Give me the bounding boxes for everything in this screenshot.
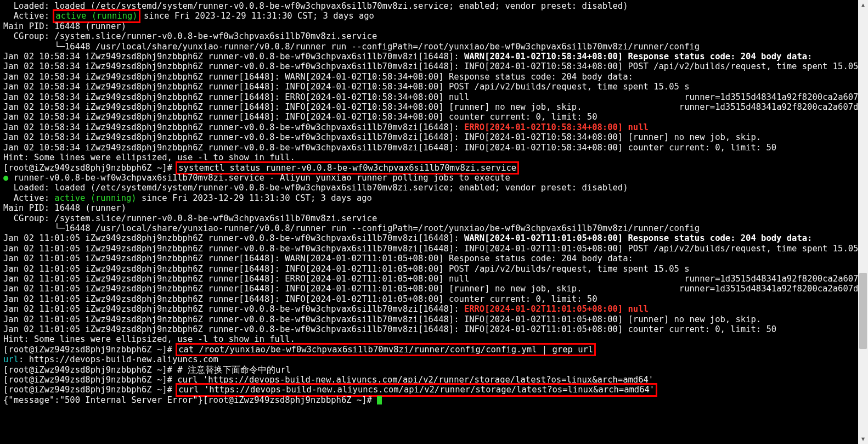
log-err-ts: ERRO[2024-01-02T11:01:05+08:00] xyxy=(285,274,443,284)
log-err-ts: ERRO[2024-01-02T10:58:34+08:00] xyxy=(285,92,443,102)
log-info-ts: INFO[2024-01-02T11:01:05+08:00] xyxy=(285,264,443,274)
log-warn: WARN[2024-01-02T11:01:05+08:00] Response… xyxy=(464,233,813,243)
log-ts: Jan 02 10:58:34 iZwz949zsd8phj9nzbbph6Z xyxy=(3,92,203,102)
cursor-icon xyxy=(377,396,382,404)
log-ts: Jan 02 10:58:34 iZwz949zsd8phj9nzbbph6Z xyxy=(3,61,203,71)
log-ts: Jan 02 10:58:34 iZwz949zsd8phj9nzbbph6Z xyxy=(3,82,203,92)
log-err-body: null xyxy=(444,92,685,102)
log-info: INFO[2024-01-02T11:01:05+08:00] POST /ap… xyxy=(464,244,868,254)
log-counter-long: INFO[2024-01-02T11:01:05+08:00] counter … xyxy=(464,324,776,334)
log-ts: Jan 02 11:01:05 iZwz949zsd8phj9nzbbph6Z xyxy=(3,294,203,304)
cgroup-cmd: └─16448 /usr/local/share/yunxiao-runner/… xyxy=(3,223,833,233)
log-svc-long: runner-v0.0.8-be-wf0w3chpvax6si1lb70mv8z… xyxy=(203,304,464,314)
hint-line: Hint: Some lines were ellipsized, use -l… xyxy=(3,153,833,162)
runner-tag: runner=1d3515d48341a92f8200ca2a607d383f xyxy=(684,274,868,284)
cmd-systemctl-status[interactable]: systemctl status runner-v0.0.8-be-wf0w3c… xyxy=(177,163,517,173)
active-since: since Fri 2023-12-29 11:31:30 CST; 3 day… xyxy=(137,193,372,203)
log-skip-long: INFO[2024-01-02T10:58:34+08:00] [runner]… xyxy=(464,132,761,142)
log-warn-ts: WARN[2024-01-02T11:01:05+08:00] xyxy=(285,254,443,263)
log-ts: Jan 02 10:58:34 iZwz949zsd8phj9nzbbph6Z xyxy=(3,72,203,82)
spacer xyxy=(761,314,858,324)
loaded-value: loaded (/etc/systemd/system/runner-v0.0.… xyxy=(54,1,628,11)
log-skip-long: INFO[2024-01-02T11:01:05+08:00] [runner]… xyxy=(464,314,761,324)
log-ts: Jan 02 11:01:05 iZwz949zsd8phj9nzbbph6Z xyxy=(3,284,203,294)
log-counter: counter current: 0, limit: 50 xyxy=(444,112,598,122)
log-info-body: POST /api/v2/builds/request, time spent … xyxy=(444,264,690,274)
log-ts: Jan 02 11:01:05 iZwz949zsd8phj9nzbbph6Z xyxy=(3,244,203,254)
spacer xyxy=(649,304,859,314)
log-info-body: POST /api/v2/builds/request, time spent … xyxy=(444,82,690,92)
terminal-output: Loaded: loaded (/etc/systemd/system/runn… xyxy=(0,0,836,406)
log-skip-body: [runner] no new job, skip. xyxy=(444,102,679,112)
log-info-ts: INFO[2024-01-02T10:58:34+08:00] xyxy=(285,102,443,112)
log-svc-short: runner[16448]: xyxy=(203,274,285,284)
log-info-ts: INFO[2024-01-02T10:58:34+08:00] xyxy=(285,112,443,122)
log-ts: Jan 02 10:58:34 iZwz949zsd8phj9nzbbph6Z xyxy=(3,112,203,122)
loaded-value: loaded (/etc/systemd/system/runner-v0.0.… xyxy=(54,183,628,193)
scrollbar-track[interactable] xyxy=(858,10,868,406)
log-warn-body: Response status code: 204 body data: xyxy=(444,72,633,82)
log-svc-short: runner[16448]: xyxy=(203,294,285,304)
shell-prompt: [root@iZwz949zsd8phj9nzbbph6Z ~]# xyxy=(3,163,177,173)
cmd-comment[interactable]: # 注意替换下面命令中的url xyxy=(177,365,291,375)
log-ts: Jan 02 10:58:34 iZwz949zsd8phj9nzbbph6Z xyxy=(3,102,203,112)
shell-prompt: [root@iZwz949zsd8phj9nzbbph6Z ~]# xyxy=(3,385,177,395)
log-ts: Jan 02 10:58:34 iZwz949zsd8phj9nzbbph6Z xyxy=(3,122,203,132)
loaded-label: Loaded: xyxy=(3,183,54,193)
cmd-curl[interactable]: curl 'https://devops-build-new.aliyuncs.… xyxy=(177,375,653,385)
log-info-ts: INFO[2024-01-02T11:01:05+08:00] xyxy=(285,294,443,304)
log-svc-long: runner-v0.0.8-be-wf0w3chpvax6si1lb70mv8z… xyxy=(203,244,464,254)
log-svc-short: runner[16448]: xyxy=(203,72,285,82)
log-ts: Jan 02 11:01:05 iZwz949zsd8phj9nzbbph6Z xyxy=(3,233,203,243)
log-ts: Jan 02 11:01:05 iZwz949zsd8phj9nzbbph6Z xyxy=(3,254,203,263)
active-since: since Fri 2023-12-29 11:31:30 CST; 3 day… xyxy=(139,11,374,21)
log-skip-body: [runner] no new job, skip. xyxy=(444,284,679,294)
service-desc: runner-v0.0.8-be-wf0w3chpvax6si1lb70mv8z… xyxy=(8,173,510,183)
log-svc-long: runner-v0.0.8-be-wf0w3chpvax6si1lb70mv8z… xyxy=(203,52,464,61)
log-svc-short: runner[16448]: xyxy=(203,112,285,122)
log-svc-short: runner[16448]: xyxy=(203,102,285,112)
loaded-label: Loaded: xyxy=(3,1,54,11)
grep-key: url xyxy=(3,355,19,364)
hint-line: Hint: Some lines were ellipsized, use -l… xyxy=(3,334,833,344)
active-label: Active: xyxy=(3,11,54,21)
log-svc-long: runner-v0.0.8-be-wf0w3chpvax6si1lb70mv8z… xyxy=(203,122,464,132)
log-err-long: ERRO[2024-01-02T10:58:34+08:00] null xyxy=(464,122,649,132)
log-svc-long: runner-v0.0.8-be-wf0w3chpvax6si1lb70mv8z… xyxy=(203,233,464,243)
log-info-ts: INFO[2024-01-02T11:01:05+08:00] xyxy=(285,284,443,294)
log-svc-long: runner-v0.0.8-be-wf0w3chpvax6si1lb70mv8z… xyxy=(203,132,464,142)
log-svc-short: runner[16448]: xyxy=(203,284,285,294)
log-svc-long: runner-v0.0.8-be-wf0w3chpvax6si1lb70mv8z… xyxy=(203,61,464,71)
scrollbar[interactable]: ▲ ▼ xyxy=(858,0,868,406)
cgroup-line: CGroup: /system.slice/runner-v0.0.8-be-w… xyxy=(3,213,833,223)
log-svc-long: runner-v0.0.8-be-wf0w3chpvax6si1lb70mv8z… xyxy=(203,324,464,334)
log-svc-long: runner-v0.0.8-be-wf0w3chpvax6si1lb70mv8z… xyxy=(203,314,464,324)
log-warn-body: Response status code: 204 body data: xyxy=(444,254,633,263)
log-svc-short: runner[16448]: xyxy=(203,264,285,274)
cgroup-line: CGroup: /system.slice/runner-v0.0.8-be-w… xyxy=(3,31,833,41)
scrollbar-thumb[interactable] xyxy=(859,273,867,349)
log-svc-short: runner[16448]: xyxy=(203,254,285,263)
spacer xyxy=(649,122,859,132)
cgroup-cmd: └─16448 /usr/local/share/yunxiao-runner/… xyxy=(3,42,833,52)
shell-prompt: [root@iZwz949zsd8phj9nzbbph6Z ~]# xyxy=(3,365,177,375)
log-svc-long: runner-v0.0.8-be-wf0w3chpvax6si1lb70mv8z… xyxy=(203,143,464,153)
log-warn: WARN[2024-01-02T10:58:34+08:00] Response… xyxy=(464,52,813,61)
log-info-ts: INFO[2024-01-02T10:58:34+08:00] xyxy=(285,82,443,92)
shell-prompt: [root@iZwz949zsd8phj9nzbbph6Z ~]# xyxy=(3,375,177,385)
log-info: INFO[2024-01-02T10:58:34+08:00] POST /ap… xyxy=(464,61,868,71)
active-status: active (running) xyxy=(54,193,136,203)
main-pid: Main PID: 16448 (runner) xyxy=(3,203,833,213)
cmd-cat-config[interactable]: cat /root/yunxiao/be-wf0w3chpvax6si1lb70… xyxy=(177,345,594,355)
curl-response: {"message":"500 Internal Server Error"}[… xyxy=(3,395,377,405)
cmd-curl-highlight[interactable]: curl 'https://devops-build-new.aliyuncs.… xyxy=(177,385,656,395)
runner-tag: runner=1d3515d48341a92f8200ca2a607d383f xyxy=(679,102,868,112)
log-svc-short: runner[16448]: xyxy=(203,82,285,92)
log-ts: Jan 02 11:01:05 iZwz949zsd8phj9nzbbph6Z xyxy=(3,304,203,314)
status-dot-icon: ● xyxy=(3,173,8,183)
scroll-up-icon[interactable]: ▲ xyxy=(858,0,868,10)
active-label: Active: xyxy=(3,193,54,203)
active-status: active (running) xyxy=(55,11,137,21)
main-pid: Main PID: 16448 (runner) xyxy=(3,21,833,31)
log-err-body: null xyxy=(444,274,685,284)
